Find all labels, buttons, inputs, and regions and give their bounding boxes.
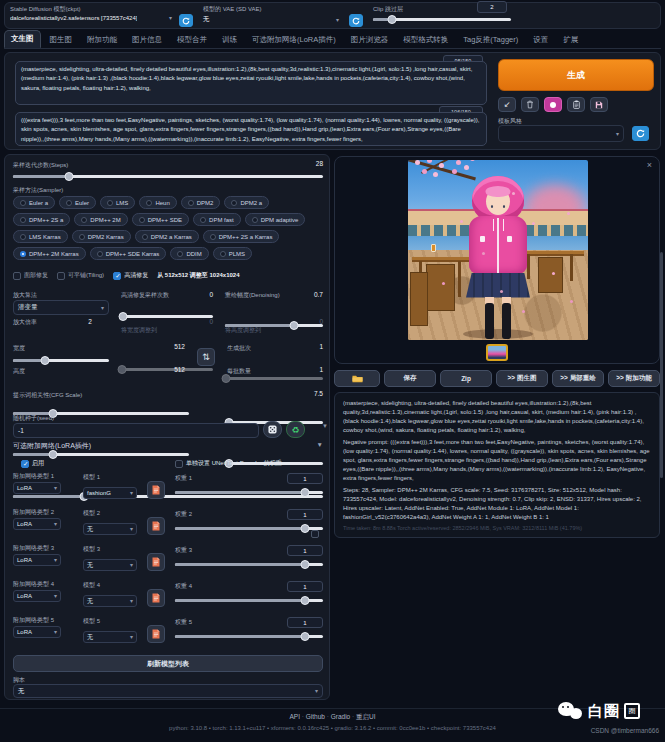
refresh-models-button[interactable]: 刷新模型列表	[13, 655, 323, 672]
random-seed-button[interactable]	[263, 421, 282, 438]
upscaler-select[interactable]: 潜变量▾	[13, 300, 109, 315]
tab[interactable]: 图片浏览器	[345, 32, 395, 48]
sampler-option[interactable]: Heun	[139, 196, 176, 209]
sampler-option[interactable]: DPM adaptive	[245, 213, 306, 226]
lora-type-select[interactable]: LoRA▾	[13, 554, 61, 566]
seed-extra-collapse-icon[interactable]: ▼	[322, 423, 328, 429]
sampler-option[interactable]: DPM++ 2M Karras	[13, 247, 86, 260]
checkpoint-refresh-button[interactable]	[179, 14, 193, 27]
sampler-option[interactable]: DDIM	[170, 247, 208, 260]
lora-model-info-button[interactable]	[147, 553, 165, 571]
batch-count-value[interactable]: 1	[295, 343, 323, 350]
resize-width-value[interactable]: 0	[191, 318, 213, 325]
output-action-button[interactable]: >> 图生图	[496, 370, 548, 387]
close-icon[interactable]: ×	[647, 160, 652, 170]
lora-weight-slider[interactable]	[175, 632, 323, 641]
styles-select[interactable]: ▾	[498, 125, 624, 142]
sampler-option[interactable]: DPM2 a Karras	[135, 230, 199, 243]
tab[interactable]: 可选附加网络(LoRA插件)	[246, 32, 342, 48]
sampler-option[interactable]: DPM++ 2S a Karras	[203, 230, 280, 243]
lora-model-select[interactable]: 无▾	[83, 523, 137, 535]
output-action-button[interactable]: Zip	[440, 370, 492, 387]
height-value[interactable]: 512	[145, 366, 185, 373]
script-select[interactable]: 无▾	[13, 684, 323, 698]
sampler-option[interactable]: LMS Karras	[13, 230, 68, 243]
generate-button[interactable]: 生成	[498, 59, 654, 91]
sampler-option[interactable]: DPM2 a	[224, 196, 269, 209]
tab[interactable]: 图生图	[44, 32, 79, 48]
footer-link[interactable]: Gradio	[331, 713, 356, 722]
vae-refresh-button[interactable]	[349, 14, 363, 27]
sampler-option[interactable]: DPM fast	[193, 213, 241, 226]
lora-weight-value[interactable]: 1	[287, 473, 323, 484]
read-params-button[interactable]: ↙	[498, 97, 516, 112]
tab[interactable]: 模型格式转换	[397, 32, 454, 48]
footer-link[interactable]: API	[290, 713, 306, 722]
sampler-option[interactable]: Euler	[59, 196, 96, 209]
lora-weight-slider[interactable]	[175, 524, 323, 533]
lora-accordion-header[interactable]: 可选附加网络(LoRA插件) ▼	[13, 441, 323, 451]
output-action-button[interactable]: >> 局部重绘	[552, 370, 604, 387]
steps-slider[interactable]	[13, 172, 323, 181]
generated-image[interactable]	[408, 160, 588, 340]
styles-refresh-button[interactable]	[632, 126, 649, 141]
hires-steps-value[interactable]: 0	[191, 291, 213, 298]
tab[interactable]: 设置	[527, 32, 554, 48]
lora-weight-value[interactable]: 1	[287, 617, 323, 628]
sampler-option[interactable]: DPM2 Karras	[72, 230, 131, 243]
lora-model-info-button[interactable]	[147, 481, 165, 499]
clear-prompt-button[interactable]	[521, 97, 539, 112]
cfg-value[interactable]: 7.5	[285, 390, 323, 397]
steps-value[interactable]: 28	[285, 160, 323, 167]
tab[interactable]: 图片信息	[126, 32, 168, 48]
output-action-button[interactable]: 保存	[384, 370, 436, 387]
sampler-option[interactable]: Euler a	[13, 196, 55, 209]
sampler-option[interactable]: LMS	[100, 196, 135, 209]
swap-dimensions-button[interactable]: ⇅	[197, 348, 215, 366]
height-slider[interactable]	[13, 450, 189, 459]
tab[interactable]: 训练	[216, 32, 243, 48]
denoising-value[interactable]: 0.7	[301, 291, 323, 298]
gallery-thumbnail[interactable]	[486, 344, 508, 361]
lora-weight-value[interactable]: 1	[287, 509, 323, 520]
clip-skip-value[interactable]: 2	[477, 1, 507, 13]
lora-separate-weights-checkbox[interactable]: 单独设置 UNet/Text Encoder 的权重	[175, 459, 282, 468]
lora-model-select[interactable]: 无▾	[83, 559, 137, 571]
lora-weight-value[interactable]: 1	[287, 545, 323, 556]
lora-model-info-button[interactable]	[147, 589, 165, 607]
sampler-option[interactable]: DPM++ SDE Karras	[90, 247, 167, 260]
seed-input[interactable]: -1	[13, 423, 259, 438]
scrollbar-thumb[interactable]	[660, 252, 663, 478]
lora-type-select[interactable]: LoRA▾	[13, 482, 61, 494]
reuse-seed-button[interactable]: ♻	[286, 421, 305, 438]
restore-faces-checkbox[interactable]: 面部修复	[13, 271, 48, 280]
lora-type-select[interactable]: LoRA▾	[13, 626, 61, 638]
lora-enable-checkbox[interactable]: 启用	[21, 459, 44, 468]
footer-link[interactable]: Github	[306, 713, 331, 722]
lora-type-select[interactable]: LoRA▾	[13, 590, 61, 602]
lora-type-select[interactable]: LoRA▾	[13, 518, 61, 530]
upscale-by-value[interactable]: 2	[75, 318, 105, 325]
tiling-checkbox[interactable]: 可平铺(Tiling)	[57, 271, 104, 280]
lora-weight-value[interactable]: 1	[287, 581, 323, 592]
sampler-option[interactable]: DPM++ SDE	[132, 213, 189, 226]
lora-model-info-button[interactable]	[147, 625, 165, 643]
apply-style-button[interactable]	[567, 97, 585, 112]
negative-prompt-textarea[interactable]: (((extra feet))),3 feet,more than two fe…	[15, 112, 487, 146]
lora-weight-slider[interactable]	[175, 596, 323, 605]
tab[interactable]: 扩展	[557, 32, 584, 48]
batch-size-value[interactable]: 1	[295, 366, 323, 373]
lora-weight-slider[interactable]	[175, 560, 323, 569]
sampler-option[interactable]: PLMS	[213, 247, 252, 260]
checkpoint-select[interactable]: dalceforealistictallyv2.safetensors [733…	[10, 15, 172, 21]
hires-fix-checkbox[interactable]: 高清修复	[113, 271, 148, 280]
lora-model-select[interactable]: 无▾	[83, 595, 137, 607]
save-style-button[interactable]	[590, 97, 608, 112]
resize-height-value[interactable]: 0	[301, 318, 323, 325]
tab[interactable]: 附加功能	[81, 32, 123, 48]
tab[interactable]: Tag反推(Tagger)	[457, 32, 524, 48]
sampler-option[interactable]: DPM++ 2S a	[13, 213, 70, 226]
width-value[interactable]: 512	[145, 343, 185, 350]
clip-skip-slider[interactable]	[373, 15, 511, 24]
lora-model-select[interactable]: fashionG▾	[83, 487, 137, 499]
